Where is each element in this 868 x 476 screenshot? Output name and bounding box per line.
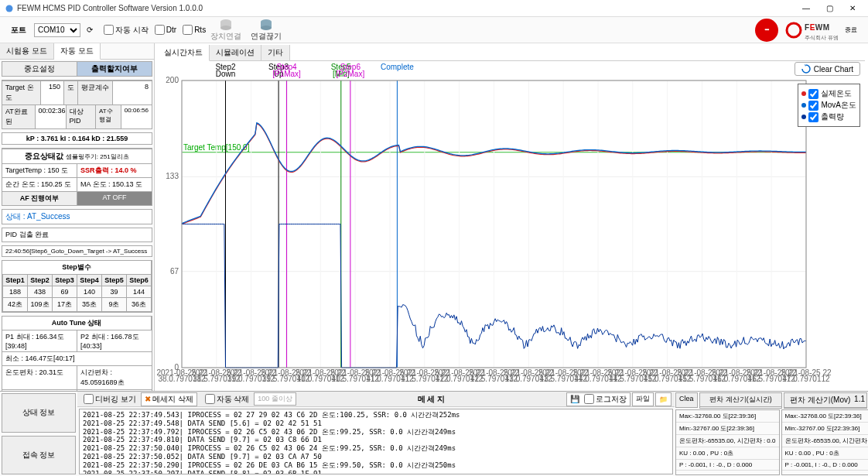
target-temp-label: Target 온도	[2, 81, 41, 104]
status-info-button[interactable]: 상태 정보	[2, 393, 76, 433]
app-icon	[5, 4, 14, 13]
folder-button[interactable]: 📁	[655, 392, 672, 406]
chart-area: 실시간차트 시뮬레이션 기타 Clear Chart 실제온도 MovA온도 출…	[155, 43, 868, 391]
msg-delete-button[interactable]: ✖메세지 삭제	[141, 392, 197, 406]
svg-text:Complete: Complete	[381, 63, 414, 71]
chart-canvas[interactable]: 067133200Target Temp[150.0]Step2DownStep…	[155, 61, 868, 391]
conn-info-button[interactable]: 접속 정보	[2, 436, 76, 475]
debug-view-checkbox[interactable]: 디버깅 보기	[84, 394, 136, 405]
refresh-icon[interactable]: ⟳	[84, 24, 96, 36]
tab-etc[interactable]: 기타	[261, 45, 290, 60]
calc-realtime-col: Max:-32768.00 도[22:39:36]Min:-32767.00 도…	[675, 409, 780, 475]
af-label: AF 진행여부	[2, 192, 77, 205]
calc-mov-header: 편차 계산기(Mov) 1.1	[784, 393, 866, 408]
log-output[interactable]: 2021-08-25 22:37:49.543| IPROCESS = 02 2…	[79, 409, 673, 474]
svg-point-6	[261, 26, 272, 30]
target-temp-value[interactable]: 150	[41, 81, 64, 104]
calc-mov-col: Max:-32768.00 도[22:39:36]Min:-32767.00 도…	[781, 409, 869, 475]
chart-legend: 실제온도 MovA온도 출력량	[798, 84, 860, 127]
tab-test-mode[interactable]: 시험용 모드	[0, 43, 54, 59]
log-save-button[interactable]: 💾로그저장	[566, 392, 630, 406]
svg-text:[P2Max]: [P2Max]	[337, 70, 365, 78]
port-select[interactable]: COM10	[34, 23, 80, 37]
rts-checkbox[interactable]: Rts	[183, 25, 206, 35]
tab-auto-mode[interactable]: 자동 모드	[54, 43, 101, 60]
legend-chk-3[interactable]	[808, 112, 818, 122]
stop-label: 종료	[845, 26, 857, 34]
autotune-title: Auto Tune 상태	[2, 317, 152, 330]
at-off-button[interactable]: AT OFF	[77, 192, 152, 205]
mid-state-title: 중요상태값 셈플링주기: 251밀리초	[2, 149, 152, 163]
step-log: 22:40:56[Step6_Goto_Down_Target -> AT_Su…	[2, 246, 152, 256]
window-title: FEWM HCMS PID Controller Software Versio…	[17, 4, 795, 12]
pid-values: kP : 3.761 kI : 0.164 kD : 21.559	[2, 133, 152, 144]
pid-done: PID 검출 완료	[2, 228, 152, 241]
auto-delete-checkbox[interactable]: 자동 삭제	[205, 394, 250, 405]
clear-chart-button[interactable]: Clear Chart	[795, 62, 860, 76]
mid-settings-header[interactable]: 중요설정	[2, 62, 77, 76]
tab-simulation[interactable]: 시뮬레이션	[210, 45, 261, 60]
message-label: 메 세 지	[301, 394, 562, 405]
stop-button[interactable]: ━	[755, 19, 778, 42]
svg-text:[P1Max]: [P1Max]	[272, 70, 301, 78]
output-hold-header[interactable]: 출력할지여부	[77, 62, 152, 76]
legend-chk-2[interactable]	[808, 101, 818, 111]
svg-text:133: 133	[166, 172, 179, 180]
gear-icon	[784, 21, 803, 39]
database-icon	[258, 19, 274, 31]
instant-temp: 순간 온도 : 150.25 도	[2, 178, 77, 191]
titlebar: FEWM HCMS PID Controller Software Versio…	[0, 0, 868, 17]
sidebar: 시험용 모드 자동 모드 중요설정 출력할지여부 Target 온도 150 도…	[0, 43, 155, 391]
disconnect-button[interactable]: 연결끊기	[246, 17, 286, 43]
calc-clear-button[interactable]: Clea	[675, 392, 698, 408]
refresh-icon	[801, 64, 811, 74]
avg-const-label: 평균계수	[78, 81, 113, 104]
ma-temp: MA 온도 : 150.13 도	[77, 178, 152, 191]
svg-text:67: 67	[170, 267, 179, 276]
svg-point-7	[787, 23, 801, 37]
tab-realtime-chart[interactable]: 실시간차트	[158, 45, 210, 61]
auto-start-checkbox[interactable]: 자동 시작	[104, 25, 149, 36]
svg-text:Down: Down	[216, 70, 236, 78]
step-table: Step1Step2Step3Step4Step5Step6 188438691…	[2, 274, 152, 312]
target-temp-state: TargetTemp : 150 도	[2, 164, 77, 177]
main-toolbar: 포트 COM10 ⟳ 자동 시작 Dtr Rts 장치연결 연결끊기 ━ FEW…	[0, 17, 868, 43]
svg-text:200: 200	[166, 76, 179, 84]
close-button[interactable]: ✕	[842, 2, 863, 15]
port-label: 포트	[6, 23, 31, 37]
minimize-button[interactable]: —	[795, 2, 817, 15]
ssr-output: SSR출력 : 14.0 %	[77, 164, 152, 177]
bottom-panel: 상태 정보 접속 정보 디버깅 보기 ✖메세지 삭제 자동 삭제 100 줄이상…	[0, 391, 868, 476]
brand-logo: FEWM	[805, 18, 839, 34]
at-status: AT_Success	[27, 212, 70, 221]
avg-const-value[interactable]: 8	[113, 81, 152, 104]
svg-text:47.0.7970112: 47.0.7970112	[782, 375, 830, 383]
file-button[interactable]: 파일	[632, 392, 654, 406]
maximize-button[interactable]: ▢	[818, 2, 840, 15]
connect-button[interactable]: 장치연결	[206, 17, 246, 43]
n100-button[interactable]: 100 줄이상	[254, 392, 296, 406]
svg-rect-8	[155, 61, 868, 391]
database-icon	[218, 19, 234, 31]
calc-realtime-header: 편차 계산기(실시간)	[700, 393, 782, 407]
svg-point-0	[6, 5, 13, 12]
legend-chk-1[interactable]	[808, 89, 818, 99]
dtr-checkbox[interactable]: Dtr	[155, 25, 176, 35]
step-vars-title: Step별수	[2, 261, 152, 274]
svg-point-3	[220, 26, 231, 30]
message-toolbar: 디버깅 보기 ✖메세지 삭제 자동 삭제 100 줄이상 메 세 지 💾로그저장…	[77, 392, 675, 407]
